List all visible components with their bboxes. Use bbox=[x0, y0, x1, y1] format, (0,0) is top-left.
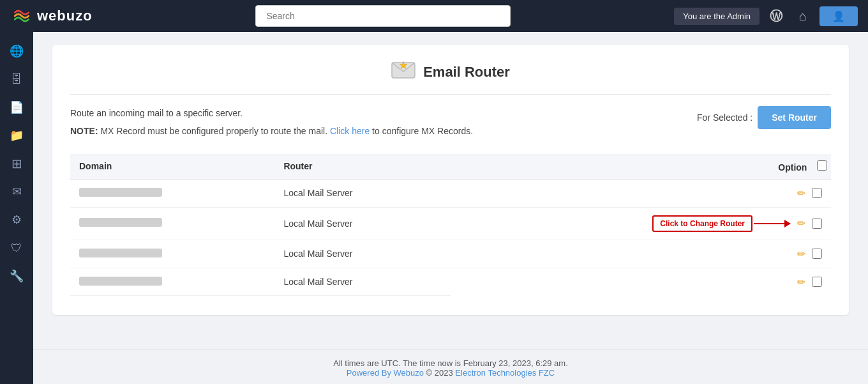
admin-badge: You are the Admin bbox=[674, 8, 760, 25]
for-selected-label: For Selected : bbox=[697, 112, 752, 123]
sidebar-item-database[interactable]: 🗄 bbox=[4, 66, 29, 92]
arrow-svg bbox=[752, 217, 791, 230]
globe-icon: 🌐 bbox=[10, 44, 24, 58]
col-option: Option bbox=[451, 154, 831, 180]
select-all-checkbox[interactable] bbox=[817, 160, 827, 171]
actions-cell: ✏ bbox=[451, 240, 831, 268]
svg-marker-4 bbox=[784, 220, 791, 227]
tooltip-container: Click to Change Router bbox=[652, 215, 791, 232]
footer-powered: Powered By Webuzo © 2023 Electron Techno… bbox=[33, 368, 868, 378]
edit-icon[interactable]: ✏ bbox=[797, 187, 805, 199]
table-header-row: Domain Router Option bbox=[70, 154, 831, 180]
user-avatar-icon: 👤 bbox=[832, 10, 845, 22]
file-icon: 📄 bbox=[10, 100, 24, 114]
table-row: Local Mail Server ✏ bbox=[70, 179, 831, 207]
sidebar: 🌐 🗄 📄 📁 ⊞ ✉ ⚙ 🛡 🔧 bbox=[0, 32, 33, 384]
domain-placeholder bbox=[79, 277, 162, 286]
mail-icon: ✉ bbox=[12, 185, 22, 199]
table-header: Domain Router Option bbox=[70, 154, 831, 180]
logo-icon bbox=[10, 4, 33, 27]
description-row: Route an incoming mail to a specific ser… bbox=[70, 106, 831, 142]
set-router-button[interactable]: Set Router bbox=[758, 106, 831, 129]
edit-icon[interactable]: ✏ bbox=[797, 248, 805, 260]
edit-icon[interactable]: ✏ bbox=[797, 217, 805, 229]
powered-by-link[interactable]: Powered By Webuzo bbox=[347, 368, 424, 378]
grid-icon: ⊞ bbox=[11, 156, 22, 171]
nav-right: You are the Admin Ⓦ ⌂ 👤 bbox=[674, 6, 858, 26]
actions-cell: ✏ bbox=[451, 179, 831, 207]
change-router-tooltip[interactable]: Click to Change Router bbox=[652, 215, 752, 232]
content-area: Email Router Route an incoming mail to a… bbox=[33, 32, 868, 349]
footer: All times are UTC. The time now is Febru… bbox=[33, 349, 868, 384]
actions-cell: ✏ bbox=[451, 268, 831, 296]
table-body: Local Mail Server ✏ Loca bbox=[70, 179, 831, 296]
logo[interactable]: webuzo bbox=[10, 4, 93, 27]
router-cell: Local Mail Server bbox=[274, 207, 451, 240]
topnav: webuzo You are the Admin Ⓦ ⌂ 👤 bbox=[0, 0, 868, 32]
sidebar-item-shield[interactable]: 🛡 bbox=[4, 235, 29, 261]
sidebar-item-settings[interactable]: ⚙ bbox=[4, 207, 29, 233]
row-actions: ✏ bbox=[460, 248, 822, 260]
col-domain: Domain bbox=[70, 154, 274, 180]
home-icon-btn[interactable]: ⌂ bbox=[793, 6, 813, 26]
sidebar-item-wrench[interactable]: 🔧 bbox=[4, 263, 29, 289]
router-cell: Local Mail Server bbox=[274, 268, 451, 296]
user-menu-btn[interactable]: 👤 bbox=[819, 6, 858, 26]
domain-placeholder bbox=[79, 218, 162, 227]
sidebar-item-grid[interactable]: ⊞ bbox=[4, 151, 29, 176]
domain-cell bbox=[70, 207, 274, 240]
table-row: Local Mail Server ✏ bbox=[70, 240, 831, 268]
home-icon: ⌂ bbox=[799, 9, 807, 24]
folder-icon: 📁 bbox=[10, 128, 24, 142]
note-suffix: to configure MX Records. bbox=[372, 126, 473, 136]
shield-icon: 🛡 bbox=[11, 242, 22, 255]
domain-cell bbox=[70, 240, 274, 268]
description-line1: Route an incoming mail to a specific ser… bbox=[70, 106, 697, 120]
search-input[interactable] bbox=[255, 5, 511, 27]
actions-cell: Click to Change Router ✏ bbox=[451, 207, 831, 240]
table-row: Local Mail Server ✏ bbox=[70, 268, 831, 296]
domain-placeholder bbox=[79, 249, 162, 257]
sidebar-item-mail[interactable]: ✉ bbox=[4, 179, 29, 204]
email-router-table: Domain Router Option bbox=[70, 154, 831, 296]
email-router-card: Email Router Route an incoming mail to a… bbox=[52, 45, 849, 315]
search-wrapper bbox=[100, 5, 667, 27]
col-router: Router bbox=[274, 154, 451, 180]
sidebar-item-file[interactable]: 📄 bbox=[4, 95, 29, 120]
row-actions: ✏ bbox=[460, 276, 822, 288]
description-text: Route an incoming mail to a specific ser… bbox=[70, 106, 697, 142]
company-link[interactable]: Electron Technologies FZC bbox=[455, 368, 555, 378]
footer-utc: All times are UTC. The time now is Febru… bbox=[33, 358, 868, 368]
database-icon: 🗄 bbox=[11, 73, 22, 86]
row-checkbox[interactable] bbox=[812, 277, 822, 287]
row-actions: ✏ bbox=[460, 187, 822, 199]
row-checkbox[interactable] bbox=[812, 249, 822, 259]
description-note: NOTE: MX Record must be configured prope… bbox=[70, 124, 697, 138]
row-checkbox[interactable] bbox=[812, 219, 822, 229]
row-checkbox[interactable] bbox=[812, 188, 822, 198]
domain-cell bbox=[70, 268, 274, 296]
wordpress-icon: Ⓦ bbox=[770, 8, 782, 25]
footer-copyright: © 2023 bbox=[426, 368, 456, 378]
sidebar-item-globe[interactable]: 🌐 bbox=[4, 38, 29, 64]
wrench-icon: 🔧 bbox=[10, 269, 24, 283]
row-actions: Click to Change Router ✏ bbox=[460, 215, 822, 232]
sidebar-item-folder[interactable]: 📁 bbox=[4, 123, 29, 148]
gear-icon: ⚙ bbox=[11, 213, 22, 227]
domain-placeholder bbox=[79, 188, 162, 197]
email-router-icon bbox=[391, 60, 415, 84]
domain-cell bbox=[70, 179, 274, 207]
page-header: Email Router bbox=[70, 60, 831, 95]
main-wrapper: Email Router Route an incoming mail to a… bbox=[33, 32, 868, 384]
router-cell: Local Mail Server bbox=[274, 179, 451, 207]
note-text: MX Record must be configured properly to… bbox=[100, 126, 330, 136]
note-label: NOTE: bbox=[70, 126, 98, 136]
edit-icon[interactable]: ✏ bbox=[797, 276, 805, 288]
router-cell: Local Mail Server bbox=[274, 240, 451, 268]
logo-text: webuzo bbox=[37, 8, 93, 24]
page-title: Email Router bbox=[423, 64, 510, 81]
set-router-wrapper: For Selected : Set Router bbox=[697, 106, 831, 129]
wordpress-icon-btn[interactable]: Ⓦ bbox=[766, 6, 786, 26]
click-here-link[interactable]: Click here bbox=[330, 126, 370, 136]
table-row: Local Mail Server Click to Change Router bbox=[70, 207, 831, 240]
